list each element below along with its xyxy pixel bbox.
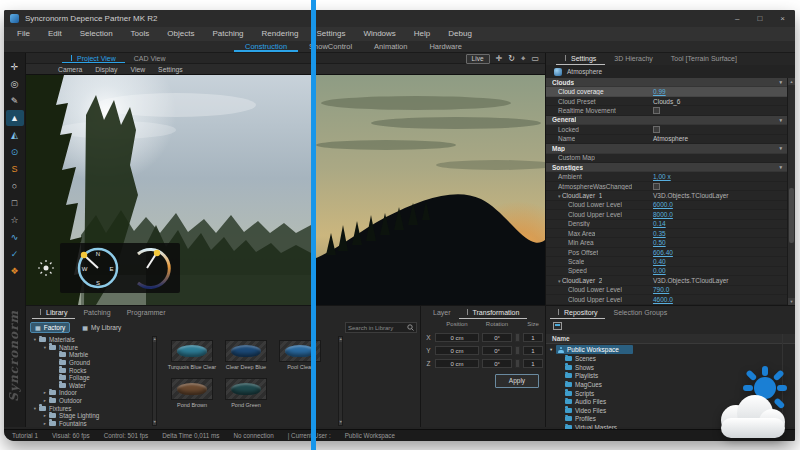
property-row[interactable]: Map xyxy=(546,144,788,153)
settings-tab[interactable]: Settings xyxy=(556,53,605,65)
property-value[interactable]: 0.99 xyxy=(653,88,666,95)
material-thumbnail[interactable] xyxy=(171,378,213,400)
rotation-stepper[interactable] xyxy=(515,359,520,368)
tree-expander-icon[interactable] xyxy=(32,406,38,411)
repository-tab[interactable]: Repository xyxy=(550,306,605,319)
property-row[interactable]: Cloud coverage 0.99 xyxy=(546,87,788,96)
property-value[interactable]: V3D.Objects.TCloudLayer xyxy=(653,277,729,284)
property-row[interactable]: Max Area 0.35 xyxy=(546,229,788,238)
property-value[interactable]: 0.35 xyxy=(653,230,666,237)
library-tree-item[interactable]: Ground xyxy=(28,359,150,367)
library-tree-item[interactable]: Fountains xyxy=(28,420,150,426)
menu-item[interactable]: Edit xyxy=(39,27,71,41)
scroll-up-icon[interactable]: ▲ xyxy=(153,337,156,342)
rotation-field[interactable]: 0° xyxy=(482,359,512,368)
target-icon[interactable]: ⌖ xyxy=(521,54,526,63)
library-source-button[interactable]: ▦ Factory xyxy=(30,322,70,333)
menu-item[interactable]: File xyxy=(8,27,39,41)
tree-expander-icon[interactable] xyxy=(42,390,48,395)
menu-item[interactable]: Rendering xyxy=(253,27,308,41)
position-field[interactable]: 0 cm xyxy=(435,359,479,368)
scroll-down-icon[interactable]: ▼ xyxy=(339,420,342,425)
property-value[interactable]: 0.14 xyxy=(653,220,666,227)
scroll-down-icon[interactable]: ▼ xyxy=(788,298,795,305)
star-tool[interactable]: ☆ xyxy=(6,212,24,228)
material-item[interactable]: Turquois Blue Clear xyxy=(166,340,218,370)
tree-scrollbar[interactable]: ▲ ▼ xyxy=(152,336,157,426)
repository-tab[interactable]: Selection Groups xyxy=(605,306,675,319)
settings-tab[interactable]: 3D Hierachy xyxy=(605,53,662,65)
library-tree-item[interactable]: Marble xyxy=(28,351,150,359)
property-checkbox[interactable] xyxy=(653,183,660,190)
property-checkbox[interactable] xyxy=(653,107,660,114)
search-input[interactable] xyxy=(346,325,407,331)
property-row[interactable]: Name Atmosphere xyxy=(546,135,788,144)
property-value[interactable]: 0.50 xyxy=(653,239,666,246)
viewport-tab[interactable]: CAD View xyxy=(125,53,175,63)
property-value[interactable]: 0.00 xyxy=(653,267,666,274)
terrain-paint-tool[interactable]: ◭ xyxy=(6,127,24,143)
check-tool[interactable]: ✓ xyxy=(6,246,24,262)
property-row[interactable]: Sonstiges xyxy=(546,163,788,172)
property-row[interactable]: AtmosphereWasChanged xyxy=(546,182,788,191)
property-value[interactable]: 0.40 xyxy=(653,258,666,265)
material-thumbnail[interactable] xyxy=(225,340,267,362)
property-row[interactable]: CloudLayer_2 V3D.Objects.TCloudLayer xyxy=(546,276,788,285)
property-checkbox[interactable] xyxy=(653,126,660,133)
tree-expander-icon[interactable] xyxy=(42,421,48,426)
material-item[interactable]: Pond Green xyxy=(220,378,272,408)
mode-tab[interactable]: Construction xyxy=(234,41,298,52)
rotation-stepper[interactable] xyxy=(515,346,520,355)
maximize-button[interactable]: □ xyxy=(757,14,762,23)
compass-dial[interactable]: N E S W xyxy=(79,249,117,287)
name-column-header[interactable]: Name xyxy=(546,334,795,344)
property-row[interactable]: Scale 0.40 xyxy=(546,257,788,266)
property-value[interactable]: 790.0 xyxy=(653,286,669,293)
property-row[interactable]: Pos Offset 606.40 xyxy=(546,248,788,257)
workspace-icon[interactable] xyxy=(553,322,562,330)
minimize-button[interactable]: – xyxy=(735,14,739,23)
viewport-menu-item[interactable]: Camera xyxy=(58,66,82,73)
property-row[interactable]: Cloud Upper Level 4600.0 xyxy=(546,295,788,304)
viewport-menu-item[interactable]: Display xyxy=(95,66,117,73)
scroll-up-icon[interactable]: ▲ xyxy=(788,78,795,85)
tree-expander-icon[interactable] xyxy=(42,345,48,350)
property-row[interactable]: Clouds xyxy=(546,78,788,87)
property-row[interactable]: Min Area 0.50 xyxy=(546,238,788,247)
property-row[interactable]: Density 0.14 xyxy=(546,220,788,229)
property-row[interactable]: Custom Map xyxy=(546,154,788,163)
menu-item[interactable]: Tools xyxy=(122,27,159,41)
mode-tab[interactable]: ShowControl xyxy=(298,41,363,52)
material-thumbnail[interactable] xyxy=(171,340,213,362)
mode-tab[interactable]: Hardware xyxy=(418,41,473,52)
material-thumbnail[interactable] xyxy=(225,378,267,400)
property-row[interactable]: Speed 0.00 xyxy=(546,267,788,276)
edit-tool[interactable]: ✎ xyxy=(6,93,24,109)
orbit-tool[interactable]: ◎ xyxy=(6,76,24,92)
property-value[interactable]: 1,00 x xyxy=(653,173,671,180)
scrollbar-thumb[interactable] xyxy=(789,188,794,243)
circle-tool[interactable]: ○ xyxy=(6,178,24,194)
menu-item[interactable]: Windows xyxy=(354,27,404,41)
property-value[interactable]: V3D.Objects.TCloudLayer xyxy=(653,192,729,199)
grid-scrollbar[interactable]: ▲ ▼ xyxy=(338,336,343,426)
property-value[interactable]: Clouds_6 xyxy=(653,98,680,105)
scroll-up-icon[interactable]: ▲ xyxy=(339,337,342,342)
terrain-tool[interactable]: ▲ xyxy=(6,110,24,126)
tree-expander-icon[interactable] xyxy=(42,398,48,403)
rotation-stepper[interactable] xyxy=(515,333,520,342)
library-tree-item[interactable]: Rocks xyxy=(28,366,150,374)
spline-tool[interactable]: ∿ xyxy=(6,229,24,245)
scroll-down-icon[interactable]: ▼ xyxy=(153,420,156,425)
property-row[interactable]: CloudLayer_1 V3D.Objects.TCloudLayer xyxy=(546,191,788,200)
maximize-view-icon[interactable]: ▭ xyxy=(531,54,539,63)
property-row[interactable]: Locked xyxy=(546,125,788,134)
library-tab[interactable]: Programmer xyxy=(119,306,174,319)
settings-tab[interactable]: Tool [Terrain Surface] xyxy=(662,53,746,65)
size-field[interactable]: 1 xyxy=(523,359,543,368)
property-value[interactable]: 6000.0 xyxy=(653,201,673,208)
property-value[interactable]: 4600.0 xyxy=(653,296,673,303)
library-tree-item[interactable]: Nature xyxy=(28,344,150,352)
menu-item[interactable]: Selection xyxy=(71,27,122,41)
property-row[interactable]: General xyxy=(546,116,788,125)
